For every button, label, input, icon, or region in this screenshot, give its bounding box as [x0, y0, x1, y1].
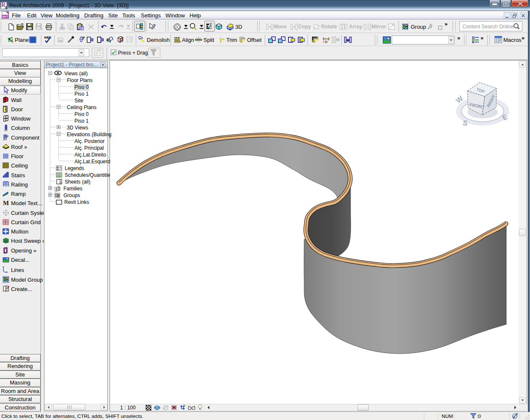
svg-text:M: M: [3, 200, 9, 206]
svg-text:A: A: [5, 5, 8, 10]
svg-text:RVT: RVT: [3, 15, 8, 18]
svg-text:?: ?: [153, 23, 156, 30]
